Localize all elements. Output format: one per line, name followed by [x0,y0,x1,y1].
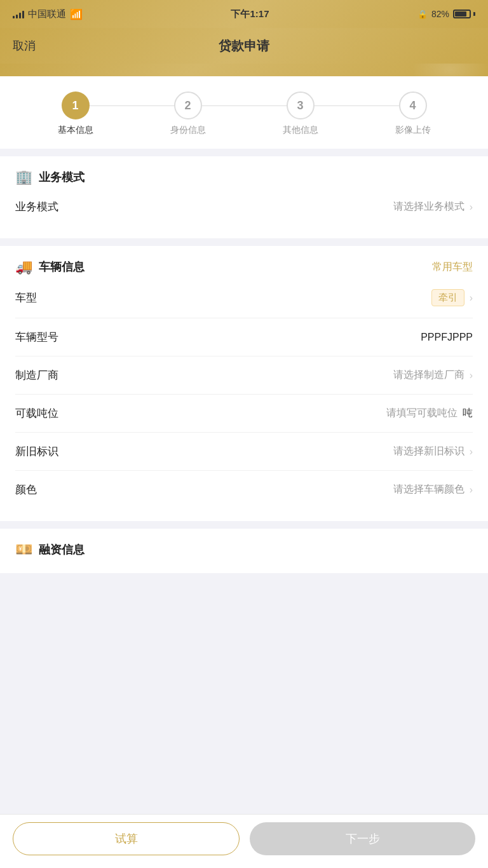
status-right: 🔒 82% [417,9,475,19]
vehicle-title: 车辆信息 [39,259,85,275]
calc-button[interactable]: 试算 [13,822,240,855]
color-chevron: › [470,484,473,496]
nav-bar: 取消 贷款申请 [0,28,488,64]
tonnage-unit: 吨 [463,407,473,420]
new-old-field[interactable]: 新旧标识 请选择新旧标识 › [15,433,473,471]
business-mode-chevron: › [470,201,473,213]
financing-icon: 💴 [15,541,32,558]
business-mode-label: 业务模式 [15,200,58,214]
status-time: 下午1:17 [231,8,269,20]
new-old-value: 请选择新旧标识 › [393,445,473,458]
status-bar: 中国联通 📶 下午1:17 🔒 82% [0,0,488,28]
vehicle-type-value: 牵引 › [431,289,473,306]
vehicle-type-label: 车型 [15,290,37,305]
new-old-chevron: › [470,446,473,458]
vehicle-model-value: PPPFJPPP [421,332,473,343]
cancel-button[interactable]: 取消 [13,38,36,53]
lock-icon: 🔒 [417,10,428,19]
step-1-circle: 1 [62,92,90,119]
next-button[interactable]: 下一步 [250,822,475,855]
step-4-label: 影像上传 [395,125,431,136]
tonnage-field[interactable]: 可载吨位 请填写可载吨位 吨 [15,395,473,433]
main-content: 1 基本信息 2 身份信息 3 其他信息 4 影像上传 [0,76,488,644]
carrier-label: 中国联通 [28,8,66,20]
step-3-circle: 3 [287,92,315,119]
vehicle-model-label: 车辆型号 [15,330,58,344]
status-left: 中国联通 📶 [13,8,83,20]
step-3-label: 其他信息 [283,125,318,136]
step-4: 4 影像上传 [356,92,469,136]
step-3: 3 其他信息 [244,92,356,136]
step-2: 2 身份信息 [132,92,244,136]
vehicle-model-field[interactable]: 车辆型号 PPPFJPPP [15,318,473,356]
step-2-label: 身份信息 [170,125,206,136]
signal-icon [13,10,24,18]
wifi-icon: 📶 [70,8,83,20]
step-4-circle: 4 [399,92,427,119]
vehicle-type-badge: 牵引 [431,289,464,306]
manufacturer-label: 制造厂商 [15,368,58,383]
tonnage-label: 可载吨位 [15,406,58,421]
manufacturer-chevron: › [470,370,473,381]
bottom-bar: 试算 下一步 [0,814,488,868]
vehicle-type-chevron: › [470,292,473,304]
battery-percent: 82% [431,9,449,19]
business-mode-icon: 🏢 [15,169,32,186]
financing-info-section: 💴 融资信息 [0,529,488,573]
nav-decoration [0,64,488,76]
new-old-label: 新旧标识 [15,444,58,459]
manufacturer-value: 请选择制造厂商 › [393,369,473,382]
color-label: 颜色 [15,482,37,497]
common-vehicle-link[interactable]: 常用车型 [432,261,473,274]
business-mode-value: 请选择业务模式 › [393,200,473,214]
business-mode-section: 🏢 业务模式 业务模式 请选择业务模式 › [0,156,488,238]
color-field[interactable]: 颜色 请选择车辆颜色 › [15,471,473,508]
color-value: 请选择车辆颜色 › [393,483,473,496]
step-indicator: 1 基本信息 2 身份信息 3 其他信息 4 影像上传 [0,76,488,149]
business-mode-title: 业务模式 [39,170,85,185]
battery-icon [453,10,475,18]
manufacturer-field[interactable]: 制造厂商 请选择制造厂商 › [15,356,473,395]
page-title: 贷款申请 [219,37,269,55]
vehicle-type-field[interactable]: 车型 牵引 › [15,278,473,318]
vehicle-icon: 🚚 [15,259,32,275]
vehicle-info-section: 🚚 车辆信息 常用车型 车型 牵引 › 车辆型号 PPPFJPPP 制造厂商 请… [0,246,488,521]
financing-title: 融资信息 [39,542,85,557]
tonnage-value: 请填写可载吨位 吨 [386,407,473,420]
step-1-label: 基本信息 [58,125,93,136]
step-1: 1 基本信息 [19,92,132,136]
business-mode-field[interactable]: 业务模式 请选择业务模式 › [15,188,473,226]
step-2-circle: 2 [174,92,202,119]
